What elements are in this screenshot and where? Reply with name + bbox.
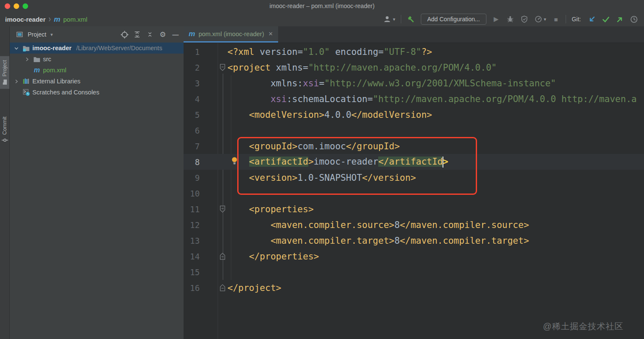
debug-icon[interactable] xyxy=(506,15,515,23)
tree-item-label: pom.xml xyxy=(43,67,66,74)
tree-item-imooc-reader[interactable]: imooc-reader/Library/WebServer/Documents xyxy=(10,43,184,54)
chevron-right-icon[interactable] xyxy=(23,57,31,62)
toolbar-divider xyxy=(566,15,566,23)
editor-pane: m pom.xml (imooc-reader) ✕ 1<?xml versio… xyxy=(184,26,644,339)
code-text: <maven.compiler.source>8</maven.compiler… xyxy=(227,220,529,230)
minimize-window-button[interactable] xyxy=(14,3,19,9)
code-text: <version>1.0-SNAPSHOT</version> xyxy=(227,173,416,183)
code-line-16[interactable]: 16</project> xyxy=(184,280,644,296)
add-configuration-button[interactable]: Add Configuration... xyxy=(421,14,486,25)
editor-tabbar: m pom.xml (imooc-reader) ✕ xyxy=(184,26,644,43)
code-line-10[interactable]: 10 xyxy=(184,185,644,201)
code-line-15[interactable]: 15 xyxy=(184,264,644,280)
profiler-icon[interactable] xyxy=(534,15,543,23)
code-text: <?xml version="1.0" encoding="UTF-8"?> xyxy=(227,47,432,57)
watermark: @稀土掘金技术社区 xyxy=(543,321,624,332)
tree-item-external-libraries[interactable]: External Libraries xyxy=(10,76,184,87)
ide-window: imooc-reader – pom.xml (imooc-reader) im… xyxy=(0,0,644,339)
code-line-6[interactable]: 6 xyxy=(184,122,644,138)
close-tab-icon[interactable]: ✕ xyxy=(268,31,273,37)
libs-icon xyxy=(22,78,30,85)
locate-file-icon[interactable] xyxy=(120,30,129,39)
folder-icon xyxy=(33,56,41,63)
collapse-all-icon[interactable] xyxy=(145,30,155,39)
git-history-icon[interactable] xyxy=(630,15,638,23)
code-text: xmlns:xsi="http://www.w3.org/2001/XMLSch… xyxy=(227,78,556,88)
code-text: xsi:schemaLocation="http://maven.apache.… xyxy=(227,94,637,104)
window-title: imooc-reader – pom.xml (imooc-reader) xyxy=(0,3,644,9)
tree-item-label: External Libraries xyxy=(32,78,80,85)
git-push-icon[interactable] xyxy=(615,15,624,23)
titlebar: imooc-reader – pom.xml (imooc-reader) xyxy=(0,0,644,12)
project-view-icon xyxy=(15,30,24,39)
tree-item-src[interactable]: src xyxy=(10,54,184,65)
code-line-12[interactable]: 12 <maven.compiler.source>8</maven.compi… xyxy=(184,217,644,233)
stop-icon[interactable]: ■ xyxy=(552,15,560,23)
project-toolwindow-icon xyxy=(2,79,7,85)
coverage-icon[interactable] xyxy=(520,15,529,23)
git-label: Git: xyxy=(572,16,581,23)
breadcrumb-project[interactable]: imooc-reader xyxy=(5,16,46,23)
line-number: 2 xyxy=(184,63,200,72)
git-update-icon[interactable] xyxy=(587,15,596,23)
build-hammer-icon[interactable] xyxy=(407,15,415,23)
code-editor[interactable]: 1<?xml version="1.0" encoding="UTF-8"?>2… xyxy=(184,43,644,339)
user-icon[interactable] xyxy=(383,15,391,23)
expand-all-icon[interactable] xyxy=(132,30,142,39)
line-number: 8 xyxy=(184,157,200,167)
hide-panel-icon[interactable]: — xyxy=(171,30,180,39)
chevron-down-icon[interactable] xyxy=(12,46,20,51)
sidebar-item-project[interactable]: Project xyxy=(0,56,9,89)
traffic-lights xyxy=(0,3,28,9)
line-number: 1 xyxy=(184,47,200,57)
left-toolwindow-stripe: Project Commit Structure xyxy=(0,26,10,339)
line-number: 15 xyxy=(184,268,200,277)
intention-lightbulb-icon[interactable] xyxy=(231,157,238,167)
fold-marker-icon[interactable] xyxy=(200,64,227,71)
code-line-13[interactable]: 13 <maven.compiler.target>8</maven.compi… xyxy=(184,233,644,248)
project-panel-title[interactable]: Project xyxy=(28,31,46,38)
line-number: 13 xyxy=(184,236,200,245)
fold-marker-icon[interactable] xyxy=(200,253,227,260)
breadcrumb-file[interactable]: pom.xml xyxy=(63,16,88,23)
project-panel-header: Project ▾ ⚙ — xyxy=(10,26,184,43)
code-text: <properties> xyxy=(227,204,313,214)
tab-pom-xml[interactable]: m pom.xml (imooc-reader) ✕ xyxy=(184,26,278,43)
maven-file-icon: m xyxy=(54,16,60,23)
code-line-11[interactable]: 11 <properties> xyxy=(184,201,644,217)
fold-marker-icon[interactable] xyxy=(200,205,227,213)
commit-toolwindow-icon xyxy=(2,137,8,143)
chevron-right-icon[interactable] xyxy=(12,79,20,84)
code-line-14[interactable]: 14 </properties> xyxy=(184,248,644,264)
code-line-2[interactable]: 2<project xmlns="http://maven.apache.org… xyxy=(184,60,644,75)
user-dropdown-caret-icon[interactable]: ▾ xyxy=(393,17,395,22)
main-toolbar: imooc-reader › m pom.xml ▾ Add Configura… xyxy=(0,12,644,26)
project-view-caret-icon[interactable]: ▾ xyxy=(51,32,53,37)
tree-item-path: /Library/WebServer/Documents xyxy=(76,45,162,51)
code-line-7[interactable]: 7 <groupId>com.imooc</groupId> xyxy=(184,138,644,154)
code-line-1[interactable]: 1<?xml version="1.0" encoding="UTF-8"?> xyxy=(184,44,644,60)
tree-item-label: src xyxy=(43,56,51,63)
line-number: 14 xyxy=(184,252,200,261)
tree-item-pom-xml[interactable]: mpom.xml xyxy=(10,65,184,76)
sidebar-item-commit[interactable]: Commit xyxy=(0,113,9,147)
line-number: 7 xyxy=(184,142,200,151)
code-line-4[interactable]: 4 xsi:schemaLocation="http://maven.apach… xyxy=(184,91,644,107)
profiler-dropdown-caret-icon[interactable]: ▾ xyxy=(544,17,546,22)
project-tree: imooc-reader/Library/WebServer/Documents… xyxy=(10,43,184,339)
code-line-8[interactable]: 8 <artifactId>imooc-reader</artifactId> xyxy=(184,154,644,170)
code-line-9[interactable]: 9 <version>1.0-SNAPSHOT</version> xyxy=(184,170,644,185)
fold-marker-icon[interactable] xyxy=(200,284,227,291)
maximize-window-button[interactable] xyxy=(23,3,28,9)
code-line-3[interactable]: 3 xmlns:xsi="http://www.w3.org/2001/XMLS… xyxy=(184,75,644,91)
line-number: 4 xyxy=(184,94,200,104)
tree-item-scratches-and-consoles[interactable]: Scratches and Consoles xyxy=(10,87,184,98)
code-line-5[interactable]: 5 <modelVersion>4.0.0</modelVersion> xyxy=(184,107,644,122)
stripe-project-label: Project xyxy=(2,60,8,77)
settings-gear-icon[interactable]: ⚙ xyxy=(158,30,167,39)
line-number: 10 xyxy=(184,189,200,198)
git-commit-check-icon[interactable] xyxy=(601,15,610,23)
run-icon[interactable]: ▶ xyxy=(492,15,500,23)
project-panel: Project ▾ ⚙ — imooc-reader/Library/WebSe… xyxy=(10,26,184,339)
close-window-button[interactable] xyxy=(5,3,10,9)
